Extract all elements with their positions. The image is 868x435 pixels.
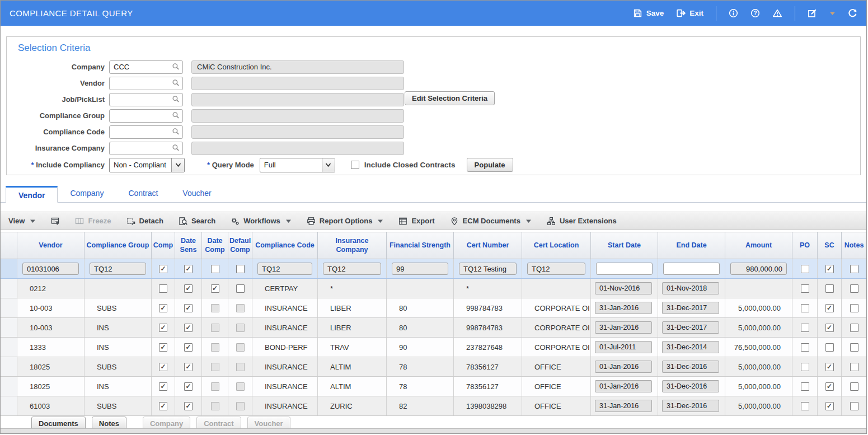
column-header-cert-location[interactable]: Cert Location — [522, 232, 591, 259]
toolbar-workflows[interactable]: Workflows — [231, 217, 292, 226]
po-checkbox[interactable] — [801, 265, 809, 273]
edit-icon[interactable] — [808, 8, 817, 18]
comp-checkbox[interactable] — [159, 363, 167, 371]
toolbar-detach[interactable]: Detach — [126, 217, 163, 226]
comp-checkbox[interactable] — [159, 304, 167, 312]
comp-checkbox[interactable] — [159, 402, 167, 410]
dropdown-caret-icon[interactable] — [829, 11, 836, 16]
start-input[interactable] — [595, 321, 652, 334]
cert-loc-input[interactable] — [527, 263, 585, 275]
notes-checkbox[interactable] — [850, 304, 858, 312]
fin-input[interactable] — [392, 263, 448, 275]
notes-checkbox[interactable] — [850, 324, 858, 332]
compliance-code-input[interactable] — [109, 125, 183, 139]
tab-contract[interactable]: Contract — [116, 185, 170, 202]
start-input[interactable] — [595, 302, 652, 314]
date-comp-checkbox[interactable] — [211, 284, 219, 293]
column-header-compliance-group[interactable]: Compliance Group — [85, 232, 152, 259]
job-picklist-input[interactable] — [109, 93, 183, 106]
po-checkbox[interactable] — [801, 402, 809, 410]
date-sens-checkbox[interactable] — [184, 284, 193, 293]
start-input[interactable] — [595, 380, 652, 392]
column-header-amount[interactable]: Amount — [725, 232, 792, 259]
tab-voucher[interactable]: Voucher — [170, 185, 223, 202]
start-input[interactable] — [595, 400, 652, 412]
row-selector[interactable] — [1, 357, 17, 376]
sc-checkbox[interactable] — [825, 304, 834, 312]
sc-checkbox[interactable] — [825, 324, 834, 332]
column-header-sc[interactable]: SC — [818, 232, 842, 259]
column-header-compliance-code[interactable]: Compliance Code — [252, 232, 318, 259]
sc-checkbox[interactable] — [825, 382, 834, 391]
column-header-financial-strength[interactable]: Financial Strength — [387, 232, 454, 259]
notes-checkbox[interactable] — [850, 343, 858, 352]
date-sens-checkbox[interactable] — [184, 324, 193, 332]
table-row[interactable]: 10-003INSINSURANCELIBER80998784783CORPOR… — [1, 318, 867, 338]
toolbar-search[interactable]: Search — [179, 217, 215, 226]
column-header-end-date[interactable]: End Date — [658, 232, 725, 259]
column-header-date-sens[interactable]: Date Sens — [175, 232, 202, 259]
column-header-comp[interactable]: Comp — [152, 232, 175, 259]
sc-checkbox[interactable] — [825, 265, 834, 273]
row-selector[interactable] — [1, 377, 17, 396]
compliance-group-input[interactable] — [109, 109, 183, 123]
toolbar-view[interactable]: View — [8, 217, 36, 225]
end-input[interactable] — [662, 341, 719, 353]
tab-company[interactable]: Company — [58, 185, 116, 202]
date-sens-checkbox[interactable] — [184, 363, 193, 371]
notes-checkbox[interactable] — [850, 284, 858, 293]
start-input[interactable] — [595, 282, 652, 294]
end-input[interactable] — [662, 282, 719, 294]
comp-checkbox[interactable] — [159, 284, 167, 293]
column-header-start-date[interactable]: Start Date — [591, 232, 658, 259]
date-sens-checkbox[interactable] — [184, 265, 193, 273]
caret-down-icon[interactable] — [377, 218, 383, 223]
end-input[interactable] — [662, 380, 719, 392]
column-header-defaul-comp[interactable]: Defaul Comp — [228, 232, 252, 259]
end-input[interactable] — [662, 321, 719, 334]
comp-checkbox[interactable] — [159, 324, 167, 332]
notes-checkbox[interactable] — [850, 402, 858, 410]
end-input[interactable] — [662, 400, 719, 412]
include-closed-contracts-checkbox[interactable] — [351, 161, 359, 169]
refresh-icon[interactable] — [848, 8, 857, 18]
horizontal-scrollbar[interactable] — [1, 428, 866, 433]
table-row[interactable]: 1333INSBOND-PERFTRAV90237827648CORPORATE… — [1, 338, 867, 357]
end-input[interactable] — [662, 302, 719, 314]
toolbar-report-options[interactable]: Report Options — [307, 217, 384, 226]
toolbar-export[interactable]: Export — [398, 217, 434, 226]
po-checkbox[interactable] — [801, 304, 809, 312]
cert-no-input[interactable] — [459, 263, 517, 275]
po-checkbox[interactable] — [801, 324, 809, 332]
caret-down-icon[interactable] — [285, 218, 292, 223]
notes-checkbox[interactable] — [850, 382, 858, 391]
table-row[interactable]: 61003SUBSINSURANCEZURIC821398038298OFFIC… — [1, 396, 867, 416]
caret-down-icon[interactable] — [30, 218, 36, 223]
table-row[interactable] — [1, 259, 867, 279]
sc-checkbox[interactable] — [825, 284, 834, 293]
start-input[interactable] — [595, 341, 652, 353]
end-input[interactable] — [662, 361, 719, 373]
date-sens-checkbox[interactable] — [184, 402, 193, 410]
sc-checkbox[interactable] — [825, 402, 834, 410]
column-header-vendor[interactable]: Vendor — [17, 232, 85, 259]
toolbar-ecm-documents[interactable]: ECM Documents — [450, 217, 532, 226]
table-row[interactable]: 18025INSINSURANCEALTIM7878356127OFFICE5,… — [1, 377, 867, 396]
row-selector[interactable] — [1, 298, 17, 317]
comp-checkbox[interactable] — [159, 265, 167, 273]
comp-checkbox[interactable] — [159, 343, 167, 352]
group-input[interactable] — [90, 263, 146, 275]
column-header-insurance-company[interactable]: Insurance Company — [318, 232, 387, 259]
amount-input[interactable] — [730, 263, 787, 275]
start-input[interactable] — [595, 361, 652, 373]
row-selector[interactable] — [1, 396, 17, 415]
caret-down-icon[interactable] — [526, 218, 532, 223]
table-row[interactable]: 0212CERTPAY** — [1, 279, 867, 298]
notes-checkbox[interactable] — [850, 265, 858, 273]
toolbar-qbe-filter-icon[interactable] — [51, 217, 60, 226]
po-checkbox[interactable] — [801, 363, 809, 371]
default-comp-checkbox[interactable] — [236, 284, 245, 293]
date-sens-checkbox[interactable] — [184, 304, 193, 312]
include-compliancy-select[interactable]: Non - Compliant — [109, 158, 185, 172]
table-row[interactable]: 10-003SUBSINSURANCELIBER80998784783CORPO… — [1, 298, 867, 318]
